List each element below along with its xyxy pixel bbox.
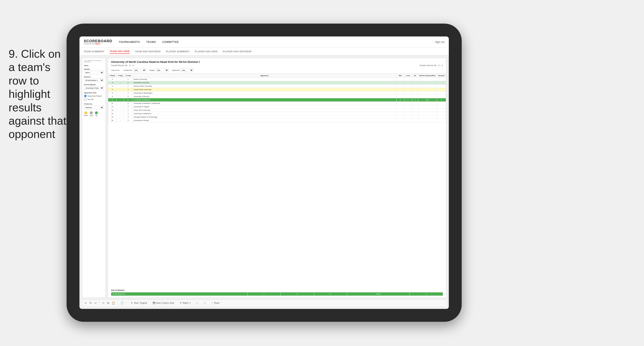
cell-4 [396,119,404,122]
table-row[interactable]: 14-2University of Oklahoma [108,112,446,115]
toolbar-sep-3 [126,301,127,305]
redo-icon[interactable]: ↻ [90,301,92,305]
cell-0: 16 [108,119,116,122]
cell-8 [437,102,446,105]
opponent-select[interactable]: (All) [180,68,193,72]
cell-3: University of Florida [132,119,396,122]
cell-0: 13 [108,108,116,112]
school-dropdown[interactable]: University of Nort... [84,86,104,90]
colour-by-title: Colour by [84,103,104,105]
nav-committee[interactable]: COMMITTEE [162,40,179,44]
cell-7 [418,78,437,81]
cell-8 [437,88,446,91]
logo-scoreboard: SCOREBOARD [84,39,112,43]
division-dropdown[interactable]: NCAA Division I [84,78,104,82]
table-row[interactable]: 3-2Vanderbilt University [108,81,446,84]
cell-2: 4 [124,115,132,119]
out-of-div-rounds: 3 [410,292,443,296]
radio-opponents-played[interactable]: Opponents Played [84,95,104,97]
table-row[interactable]: 16-3University of Florida [108,119,446,122]
cell-7 [418,112,437,115]
radio-top100[interactable]: Top 100 [84,98,104,101]
cell-1: - [116,119,124,122]
out-of-div-title: Out of division [111,289,443,291]
out-of-div-name: NCAA Division II [111,292,248,296]
colour-by-dropdown[interactable]: Win/loss [84,106,104,109]
cut-icon[interactable]: ✂ [102,301,104,305]
cell-1: - [116,105,124,108]
nav-tournaments[interactable]: TOURNAMENTS [119,40,140,44]
watch-btn[interactable]: 👁 Watch ▾ [178,301,192,305]
share-btn[interactable]: ⤢ Share [210,301,221,305]
region-select[interactable]: (All) [156,68,168,72]
table-row[interactable]: 6-2Florida State University [108,88,446,91]
cell-7 [418,102,437,105]
cell-2: 1 [124,78,132,81]
table-row[interactable]: 12-3University of Virginia [108,105,446,108]
view-original-btn[interactable]: 👁 View: Original [129,301,148,305]
cell-6 [412,108,418,112]
undo-icon[interactable]: ↩ [84,301,87,305]
cell-6 [412,95,418,98]
cell-8 [437,81,446,84]
cell-6: 0 [412,98,418,102]
sub-nav-team-summary[interactable]: TEAM SUMMARY [84,49,104,54]
grid-title: University of North Carolina Head-to-Hea… [111,60,443,63]
nav-items: TOURNAMENTS TEAMS COMMITTEE [119,40,433,44]
toolbar-icon-btn-2[interactable]: ⬡ [202,301,207,305]
cell-0: 12 [108,105,116,108]
table-row[interactable]: 11-6University of Arkansas, Fayetteville [108,102,446,105]
cell-7 [418,81,437,84]
cell-3: Auburn University [132,78,396,81]
cell-3: Georgia Institute of Technology [132,115,396,119]
sub-nav-player-summary[interactable]: PLAYER SUMMARY [166,49,190,54]
out-of-div-row[interactable]: NCAA Division II 1 0 0 26.00 3 [111,292,443,296]
table-row[interactable]: 9-3University of Arizona [108,95,446,98]
table-row[interactable]: 13-1Texas Tech University [108,108,446,112]
cell-8 [437,91,446,95]
cell-8 [437,84,446,88]
copy-icon[interactable]: ⧉ [107,301,109,305]
region-filter: Region (All) [150,68,168,72]
top-nav: SCOREBOARD Powered by clippd TOURNAMENTS… [80,36,449,48]
clock-icon[interactable]: 🕐 [120,301,124,305]
table-row[interactable]: 8-2University of Washington [108,91,446,95]
sub-nav-player-h2h-heatmap[interactable]: PLAYER H2H HEATMAP [223,49,252,54]
table-row[interactable]: 4-1Arizona State University [108,84,446,88]
team-label: Team [84,64,104,66]
toolbar-icon-btn-1[interactable]: ⬡ [195,301,200,305]
opponent-view-title: Opponent View [84,92,104,94]
cell-5 [404,84,412,88]
sub-nav-team-h2h-grid[interactable]: TEAM H2H GRID [110,49,130,54]
paste-icon[interactable]: 📋 [112,301,115,305]
school-label: School (Rank) [84,84,104,86]
save-custom-view-btn[interactable]: 💾 Save Custom View [151,301,176,305]
conference-select[interactable]: (All) [133,68,146,72]
table-row[interactable]: 15-4Georgia Institute of Technology [108,115,446,119]
cell-2: 2 [124,81,132,84]
grid-table: # Rank # Reg # Conf Opponent Win Loss Ti… [108,74,446,122]
sub-nav-player-h2h-grid[interactable]: PLAYER H2H GRID [195,49,218,54]
save-icon: 💾 [153,302,155,304]
cell-8 [437,119,446,122]
cell-3: University of Virginia [132,105,396,108]
cell-7 [418,95,437,98]
out-of-div-tie: 0 [314,292,347,296]
legend-level: Level [90,111,93,116]
cell-1: - [116,84,124,88]
gender-dropdown[interactable]: Men's [84,71,104,74]
table-row[interactable]: 11-5University of Alabama3002.618 [108,98,446,102]
cell-4 [396,108,404,112]
col-opponent: Opponent [132,74,396,78]
sign-out-link[interactable]: Sign out [435,40,444,43]
cell-4 [396,78,404,81]
cell-3: Texas Tech University [132,108,396,112]
sub-nav-team-h2h-heatmap[interactable]: TEAM H2H HEATMAP [135,49,161,54]
cell-3: University of Arizona [132,95,396,98]
cell-8 [437,108,446,112]
toolbar-sep-1 [100,301,100,305]
table-row[interactable]: 2-1Auburn University [108,78,446,81]
col-diff: Diff Av Strokes/Rnd [418,74,437,78]
back-icon[interactable]: ↩ [94,301,97,305]
nav-teams[interactable]: TEAMS [146,40,156,44]
